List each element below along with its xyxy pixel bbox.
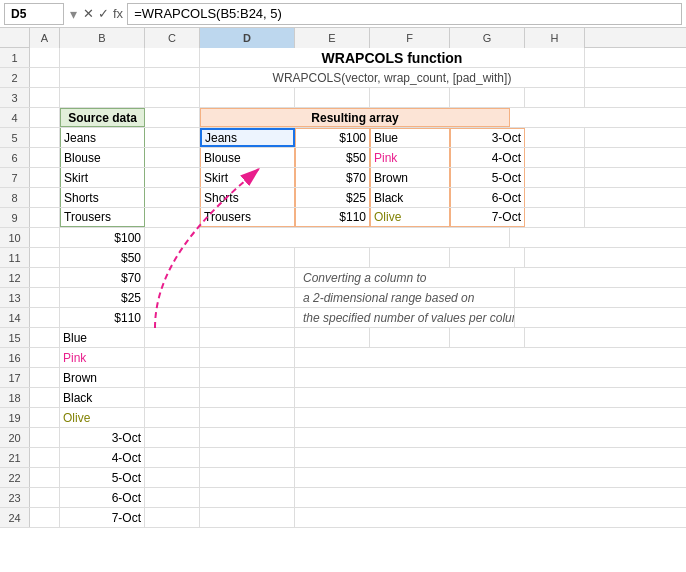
col-header-b[interactable]: B <box>60 28 145 48</box>
cell-b12[interactable]: $70 <box>60 268 145 287</box>
cell-d10[interactable] <box>200 228 510 247</box>
cell-f8[interactable]: Black <box>370 188 450 207</box>
cell-h7[interactable] <box>525 168 585 187</box>
cell-b4-source-header[interactable]: Source data <box>60 108 145 127</box>
cell-g5[interactable]: 3-Oct <box>450 128 525 147</box>
cell-f15[interactable] <box>370 328 450 347</box>
cell-a2[interactable] <box>30 68 60 87</box>
cell-a7[interactable] <box>30 168 60 187</box>
cell-d24[interactable] <box>200 508 295 527</box>
cell-b7[interactable]: Skirt <box>60 168 145 187</box>
cell-a19[interactable] <box>30 408 60 427</box>
cell-a1[interactable] <box>30 48 60 67</box>
cell-b16[interactable]: Pink <box>60 348 145 367</box>
cell-a11[interactable] <box>30 248 60 267</box>
cell-h8[interactable] <box>525 188 585 207</box>
cell-b6[interactable]: Blouse <box>60 148 145 167</box>
cell-d19[interactable] <box>200 408 295 427</box>
cell-a12[interactable] <box>30 268 60 287</box>
cell-c17[interactable] <box>145 368 200 387</box>
cell-f3[interactable] <box>370 88 450 107</box>
cell-b9[interactable]: Trousers <box>60 208 145 227</box>
cell-f5[interactable]: Blue <box>370 128 450 147</box>
cell-e14[interactable]: the specified number of values per colum… <box>295 308 515 327</box>
col-header-h[interactable]: H <box>525 28 585 48</box>
cell-e15[interactable] <box>295 328 370 347</box>
cell-a4[interactable] <box>30 108 60 127</box>
cell-f6[interactable]: Pink <box>370 148 450 167</box>
cell-d2[interactable]: WRAPCOLS(vector, wrap_count, [pad_with]) <box>200 68 585 87</box>
cell-d21[interactable] <box>200 448 295 467</box>
cell-a16[interactable] <box>30 348 60 367</box>
cell-a21[interactable] <box>30 448 60 467</box>
cell-c20[interactable] <box>145 428 200 447</box>
cell-e11[interactable] <box>295 248 370 267</box>
col-header-c[interactable]: C <box>145 28 200 48</box>
cell-c8[interactable] <box>145 188 200 207</box>
cell-e9[interactable]: $110 <box>295 208 370 227</box>
cell-b2[interactable] <box>60 68 145 87</box>
cell-d7[interactable]: Skirt <box>200 168 295 187</box>
cell-g6[interactable]: 4-Oct <box>450 148 525 167</box>
cell-d22[interactable] <box>200 468 295 487</box>
cell-a20[interactable] <box>30 428 60 447</box>
cell-d15[interactable] <box>200 328 295 347</box>
col-header-e[interactable]: E <box>295 28 370 48</box>
cell-e12[interactable]: Converting a column to <box>295 268 515 287</box>
cell-b20[interactable]: 3-Oct <box>60 428 145 447</box>
cell-e6[interactable]: $50 <box>295 148 370 167</box>
cell-c21[interactable] <box>145 448 200 467</box>
cell-c2[interactable] <box>145 68 200 87</box>
cell-d9[interactable]: Trousers <box>200 208 295 227</box>
cell-c4[interactable] <box>145 108 200 127</box>
cell-c22[interactable] <box>145 468 200 487</box>
col-header-d[interactable]: D <box>200 28 295 48</box>
cell-c16[interactable] <box>145 348 200 367</box>
cell-d18[interactable] <box>200 388 295 407</box>
cell-b5[interactable]: Jeans <box>60 128 145 147</box>
cell-h3[interactable] <box>525 88 585 107</box>
confirm-icon[interactable]: ✓ <box>98 6 109 21</box>
cell-h5[interactable] <box>525 128 585 147</box>
cell-d14[interactable] <box>200 308 295 327</box>
cell-d23[interactable] <box>200 488 295 507</box>
cell-b10[interactable]: $100 <box>60 228 145 247</box>
cell-b17[interactable]: Brown <box>60 368 145 387</box>
cell-c1[interactable] <box>145 48 200 67</box>
cell-b14[interactable]: $110 <box>60 308 145 327</box>
cell-b3[interactable] <box>60 88 145 107</box>
cell-d20[interactable] <box>200 428 295 447</box>
cell-a17[interactable] <box>30 368 60 387</box>
cell-c18[interactable] <box>145 388 200 407</box>
cell-a18[interactable] <box>30 388 60 407</box>
cell-g3[interactable] <box>450 88 525 107</box>
cell-c3[interactable] <box>145 88 200 107</box>
cell-d1[interactable]: WRAPCOLS function <box>200 48 585 67</box>
cell-a10[interactable] <box>30 228 60 247</box>
cell-e8[interactable]: $25 <box>295 188 370 207</box>
cell-d13[interactable] <box>200 288 295 307</box>
cell-c9[interactable] <box>145 208 200 227</box>
cell-d8[interactable]: Shorts <box>200 188 295 207</box>
cell-g15[interactable] <box>450 328 525 347</box>
cell-a3[interactable] <box>30 88 60 107</box>
cell-b21[interactable]: 4-Oct <box>60 448 145 467</box>
cell-c7[interactable] <box>145 168 200 187</box>
cell-d5[interactable]: Jeans <box>200 128 295 147</box>
cell-e5[interactable]: $100 <box>295 128 370 147</box>
col-header-g[interactable]: G <box>450 28 525 48</box>
cell-d3[interactable] <box>200 88 295 107</box>
cell-e7[interactable]: $70 <box>295 168 370 187</box>
cancel-icon[interactable]: ✕ <box>83 6 94 21</box>
cell-c10[interactable] <box>145 228 200 247</box>
cell-b18[interactable]: Black <box>60 388 145 407</box>
cell-b1[interactable] <box>60 48 145 67</box>
cell-c23[interactable] <box>145 488 200 507</box>
cell-a15[interactable] <box>30 328 60 347</box>
col-header-f[interactable]: F <box>370 28 450 48</box>
cell-h9[interactable] <box>525 208 585 227</box>
cell-g11[interactable] <box>450 248 525 267</box>
cell-a23[interactable] <box>30 488 60 507</box>
cell-b23[interactable]: 6-Oct <box>60 488 145 507</box>
cell-f11[interactable] <box>370 248 450 267</box>
